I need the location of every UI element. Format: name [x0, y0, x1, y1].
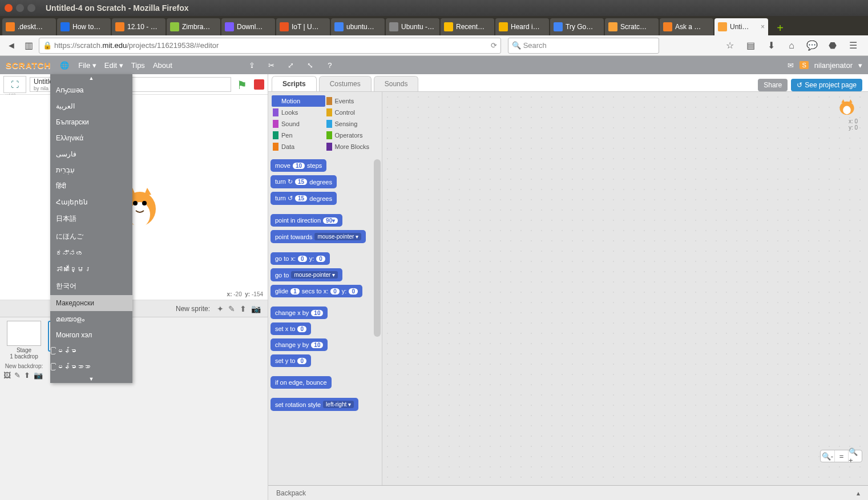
- browser-tab[interactable]: Scratc…: [605, 18, 659, 35]
- motion-block[interactable]: change y by10: [271, 338, 328, 351]
- language-menu-item[interactable]: Հայերեն: [50, 194, 132, 210]
- language-menu-item[interactable]: Монгол хэл: [50, 327, 132, 343]
- green-flag-button[interactable]: ⚑: [237, 78, 249, 91]
- window-minimize-button[interactable]: [16, 4, 24, 12]
- bookmark-star-icon[interactable]: ☆: [723, 39, 737, 53]
- language-menu-item[interactable]: 日本語: [50, 210, 132, 228]
- language-menu-item[interactable]: Ελληνικά: [50, 130, 132, 146]
- language-menu-item[interactable]: Македонски: [50, 295, 132, 311]
- language-menu-item[interactable]: Аҧсшәа: [50, 82, 132, 98]
- tab-scripts[interactable]: Scripts: [272, 76, 317, 91]
- browser-tab[interactable]: Downl…: [221, 18, 275, 35]
- home-icon[interactable]: ⌂: [785, 39, 798, 53]
- shrink-tool-icon[interactable]: ⤡: [305, 61, 316, 70]
- language-menu-item[interactable]: ಕನ್ನಡ: [50, 245, 132, 261]
- user-menu-caret-icon[interactable]: ▾: [858, 61, 862, 70]
- hamburger-menu-icon[interactable]: ☰: [846, 39, 860, 53]
- help-tool-icon[interactable]: ?: [324, 61, 336, 70]
- pocket-icon[interactable]: ⬣: [826, 39, 839, 53]
- share-button[interactable]: Share: [758, 79, 788, 91]
- browser-tab[interactable]: .deskt…: [2, 18, 56, 35]
- upload-backdrop-icon[interactable]: ⬆: [24, 371, 30, 380]
- tab-costumes[interactable]: Costumes: [319, 76, 372, 91]
- paint-backdrop-icon[interactable]: ✎: [14, 371, 21, 380]
- window-close-button[interactable]: [5, 4, 13, 12]
- motion-block[interactable]: glide1secs to x:0y:0: [271, 285, 362, 297]
- motion-block[interactable]: set x to0: [271, 322, 311, 335]
- language-menu-item[interactable]: ភាសាខ្មែរ: [50, 261, 132, 277]
- motion-block[interactable]: point towardsmouse-pointer ▾: [271, 230, 366, 243]
- browser-tab[interactable]: Ask a …: [660, 18, 713, 35]
- stop-button[interactable]: [254, 79, 264, 90]
- mail-icon[interactable]: ✉: [788, 61, 794, 70]
- file-menu[interactable]: File ▾: [78, 61, 96, 70]
- language-menu-item[interactable]: فارسی: [50, 146, 132, 162]
- language-menu-item[interactable]: မြန်မာ: [50, 343, 132, 359]
- zoom-out-button[interactable]: 🔍‑: [821, 450, 834, 462]
- category-sound[interactable]: Sound: [272, 118, 325, 130]
- browser-tab[interactable]: Unti…×: [714, 18, 768, 35]
- browser-tab[interactable]: Ubuntu - …: [386, 18, 439, 35]
- readermode-button[interactable]: ▥: [22, 39, 35, 53]
- delete-tool-icon[interactable]: ✂: [266, 61, 277, 70]
- browser-tab[interactable]: Heard i…: [495, 18, 549, 35]
- search-bar[interactable]: 🔍 Search: [508, 38, 659, 54]
- tab-sounds[interactable]: Sounds: [374, 76, 419, 91]
- edit-menu[interactable]: Edit ▾: [104, 61, 123, 70]
- upload-sprite-icon[interactable]: ⬆: [240, 304, 247, 313]
- category-control[interactable]: Control: [325, 107, 379, 118]
- category-operators[interactable]: Operators: [325, 130, 379, 141]
- browser-tab[interactable]: Try Go…: [550, 18, 604, 35]
- language-menu-item[interactable]: Български: [50, 114, 132, 130]
- duplicate-tool-icon[interactable]: ⇪: [247, 61, 258, 70]
- motion-block[interactable]: turn ↺15degrees: [271, 192, 337, 205]
- category-sensing[interactable]: Sensing: [325, 118, 379, 130]
- tab-close-icon[interactable]: ×: [761, 23, 765, 31]
- window-maximize-button[interactable]: [27, 4, 35, 12]
- category-pen[interactable]: Pen: [272, 130, 325, 141]
- category-data[interactable]: Data: [272, 141, 325, 152]
- language-menu-item[interactable]: हिंदी: [50, 178, 132, 194]
- back-button[interactable]: ◄: [5, 39, 18, 53]
- language-menu-item[interactable]: မြန်မာဘာသာ: [50, 359, 132, 375]
- palette-scrollbar[interactable]: [374, 159, 381, 482]
- grow-tool-icon[interactable]: ⤢: [285, 61, 297, 70]
- choose-backdrop-library-icon[interactable]: 🖼: [3, 371, 11, 380]
- language-menu-item[interactable]: עִבְרִית: [50, 162, 132, 178]
- fullscreen-button[interactable]: ⛶: [3, 76, 26, 93]
- reader-list-icon[interactable]: ▤: [744, 39, 757, 53]
- reload-button[interactable]: ⟳: [491, 41, 497, 50]
- motion-block[interactable]: change x by10: [271, 307, 328, 319]
- choose-sprite-library-icon[interactable]: ✦: [217, 304, 224, 313]
- zoom-reset-button[interactable]: =: [834, 450, 848, 462]
- username[interactable]: nilanjenator: [814, 61, 853, 70]
- motion-block[interactable]: if on edge, bounce: [271, 376, 332, 389]
- motion-block[interactable]: point in direction90▾: [271, 214, 342, 227]
- language-menu-item[interactable]: 한국어: [50, 277, 132, 295]
- language-menu-item[interactable]: العربية: [50, 98, 132, 114]
- stage-thumbnail[interactable]: Stage 1 backdrop New backdrop: 🖼 ✎ ⬆ 📷: [3, 321, 45, 497]
- about-menu[interactable]: About: [153, 61, 172, 70]
- motion-block[interactable]: go to x:0y:0: [271, 252, 330, 265]
- zoom-in-button[interactable]: 🔍+: [848, 450, 862, 462]
- lang-scroll-up-icon[interactable]: ▲: [50, 74, 132, 82]
- category-motion[interactable]: Motion: [272, 95, 325, 107]
- see-project-page-button[interactable]: ↺See project page: [791, 79, 862, 91]
- motion-block[interactable]: move10steps: [271, 159, 326, 172]
- downloads-icon[interactable]: ⬇: [764, 39, 778, 53]
- motion-block[interactable]: go tomouse-pointer ▾: [271, 268, 342, 281]
- browser-tab[interactable]: How to…: [57, 18, 111, 35]
- tips-menu[interactable]: Tips: [131, 61, 145, 70]
- backpack-bar[interactable]: Backpack ▴: [268, 485, 868, 500]
- chat-icon[interactable]: 💬: [805, 39, 819, 53]
- motion-block[interactable]: set y to0: [271, 354, 311, 367]
- language-menu-item[interactable]: にほんご: [50, 228, 132, 245]
- browser-tab[interactable]: Recent…: [441, 18, 494, 35]
- new-tab-button[interactable]: +: [773, 21, 788, 35]
- category-events[interactable]: Events: [325, 95, 379, 107]
- browser-tab[interactable]: Zimbra…: [167, 18, 220, 35]
- scratch-logo[interactable]: SCRATCH: [6, 61, 51, 70]
- lang-scroll-down-icon[interactable]: ▼: [50, 375, 132, 383]
- category-looks[interactable]: Looks: [272, 107, 325, 118]
- language-globe-icon[interactable]: 🌐: [59, 61, 70, 70]
